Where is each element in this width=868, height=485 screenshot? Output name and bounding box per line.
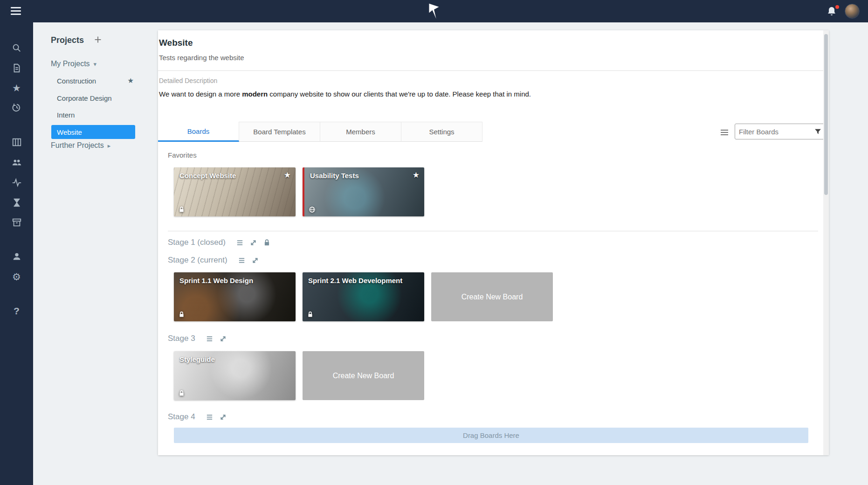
sidebar-item-website-selected[interactable]: Website: [51, 125, 135, 139]
description-label: Detailed Description: [159, 77, 217, 84]
favorite-star-icon[interactable]: ★: [128, 76, 134, 85]
search-icon[interactable]: [0, 40, 33, 56]
board-card-sprint-1-1[interactable]: Sprint 1.1 Web Design: [174, 272, 296, 321]
sidebar-item-intern[interactable]: Intern: [57, 106, 134, 123]
help-glyph: ?: [14, 306, 20, 316]
funnel-icon[interactable]: [814, 128, 822, 136]
scrollbar-track[interactable]: [823, 30, 829, 455]
project-item-label: Intern: [57, 111, 75, 119]
star-glyph: ★: [12, 83, 21, 93]
notification-bell-icon[interactable]: [826, 6, 838, 18]
user-avatar[interactable]: [845, 4, 860, 19]
further-projects-group[interactable]: Further Projects ▸: [51, 141, 110, 150]
sidebar-item-construction[interactable]: Construction ★: [57, 72, 134, 89]
tab-label: Settings: [429, 128, 454, 136]
scrollbar-thumb[interactable]: [824, 34, 828, 195]
tab-boards[interactable]: Boards: [158, 122, 239, 142]
list-icon[interactable]: [206, 335, 214, 343]
tab-label: Board Templates: [253, 128, 305, 136]
my-projects-label: My Projects: [51, 60, 90, 68]
tab-bar: Boards Board Templates Members Settings: [158, 122, 482, 142]
notification-badge: [834, 4, 840, 10]
stage-title: Stage 4: [168, 412, 195, 422]
tab-members[interactable]: Members: [320, 122, 401, 142]
board-icon[interactable]: [0, 134, 33, 150]
create-new-board-button[interactable]: Create New Board: [303, 351, 424, 400]
app-logo-icon: [427, 3, 441, 20]
list-icon[interactable]: [236, 239, 244, 247]
board-card-sprint-2-1[interactable]: Sprint 2.1 Web Development: [303, 272, 424, 321]
lock-icon: [307, 311, 314, 318]
page-title: Website: [159, 38, 193, 48]
stage-3-header: Stage 3: [168, 334, 227, 343]
projects-panel: Projects My Projects ▾ Construction ★ Co…: [33, 22, 159, 485]
expand-icon[interactable]: [249, 239, 257, 247]
filter-boards-input[interactable]: [739, 128, 814, 136]
hamburger-menu-icon[interactable]: [11, 7, 22, 15]
my-projects-group[interactable]: My Projects ▾: [51, 60, 96, 68]
create-new-board-button[interactable]: Create New Board: [431, 272, 553, 321]
board-card-usability-tests[interactable]: Usability Tests ★: [303, 167, 424, 216]
project-detail-card: Website Tests regarding the website Deta…: [158, 30, 829, 455]
stage-4-header: Stage 4: [168, 412, 227, 422]
lock-icon[interactable]: [263, 239, 271, 247]
favorites-section-title: Favorites: [168, 151, 197, 159]
create-new-board-label: Create New Board: [462, 293, 523, 301]
favorite-star-icon[interactable]: ★: [284, 170, 291, 180]
add-project-button[interactable]: [92, 34, 104, 46]
hourglass-icon[interactable]: [0, 194, 33, 210]
tab-board-templates[interactable]: Board Templates: [239, 122, 320, 142]
favorite-star-icon[interactable]: ★: [413, 170, 420, 180]
activity-icon[interactable]: [0, 174, 33, 190]
tab-settings[interactable]: Settings: [401, 122, 482, 142]
settings-icon[interactable]: ⚙: [0, 269, 33, 284]
list-icon[interactable]: [238, 256, 246, 264]
expand-icon[interactable]: [219, 413, 227, 421]
board-title: Concept Website: [179, 172, 236, 180]
projects-panel-title: Projects: [51, 35, 84, 45]
board-card-concept-website[interactable]: Concept Website ★: [174, 167, 296, 216]
stage-1-header: Stage 1 (closed): [168, 238, 271, 247]
nav-rail: ★ ⚙ ?: [0, 22, 33, 485]
expand-icon[interactable]: [251, 256, 259, 264]
lock-icon: [178, 311, 185, 318]
board-title: Sprint 2.1 Web Development: [308, 277, 402, 284]
profile-icon[interactable]: [0, 249, 33, 264]
archive-icon[interactable]: [0, 215, 33, 230]
board-title: Sprint 1.1 Web Design: [179, 277, 253, 284]
star-icon[interactable]: ★: [0, 80, 33, 96]
stage-title: Stage 3: [168, 334, 195, 343]
document-icon[interactable]: [0, 60, 33, 76]
team-icon[interactable]: [0, 154, 33, 170]
further-projects-label: Further Projects: [51, 141, 104, 150]
project-subtitle: Tests regarding the website: [159, 54, 244, 62]
project-item-label: Website: [57, 128, 82, 136]
lock-icon: [178, 206, 185, 213]
divider: [158, 70, 823, 71]
board-card-styleguide[interactable]: Styleguide: [174, 351, 296, 400]
app-screen: ★ ⚙ ? Projects: [0, 0, 868, 485]
description-bold: modern: [242, 90, 268, 98]
filter-boards-field: [735, 124, 826, 139]
list-view-icon[interactable]: [719, 127, 730, 138]
project-item-label: Corporate Design: [57, 94, 112, 102]
stage-title: Stage 1 (closed): [168, 238, 226, 247]
create-new-board-label: Create New Board: [333, 372, 394, 380]
board-title: Usability Tests: [310, 172, 359, 180]
description-text: company website to show our clients that…: [268, 90, 531, 98]
tab-label: Boards: [187, 127, 210, 135]
history-icon[interactable]: [0, 100, 33, 116]
expand-icon[interactable]: [219, 335, 227, 343]
gear-glyph: ⚙: [12, 272, 21, 282]
project-description: We want to design a more modern company …: [159, 90, 531, 98]
help-icon[interactable]: ?: [0, 303, 33, 319]
description-text: We want to design a more: [159, 90, 242, 98]
lock-icon: [178, 390, 185, 397]
stage-2-header: Stage 2 (current): [168, 256, 259, 265]
sidebar-item-corporate-design[interactable]: Corporate Design: [57, 90, 134, 106]
list-icon[interactable]: [206, 413, 214, 421]
globe-icon: [309, 206, 316, 213]
drag-boards-drop-zone[interactable]: Drag Boards Here: [174, 428, 808, 443]
board-title: Styleguide: [179, 355, 215, 363]
chevron-right-icon: ▸: [108, 142, 111, 149]
